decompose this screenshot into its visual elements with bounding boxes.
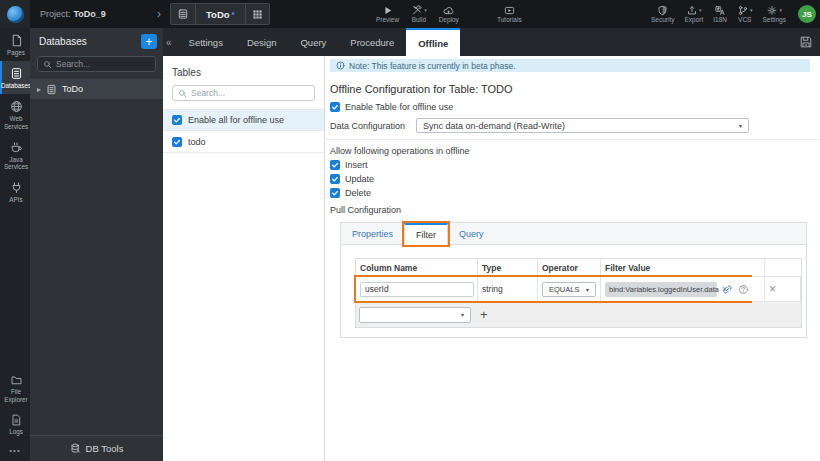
table-row-todo[interactable]: todo bbox=[163, 131, 324, 153]
topbar: Project: ToDo_9 › ToDo* Preview ▾ Build bbox=[0, 0, 820, 28]
cell-column-name bbox=[356, 277, 478, 301]
unsaved-marker: * bbox=[232, 10, 235, 19]
new-column-select[interactable]: ▾ bbox=[359, 307, 471, 323]
operation-update-row: Update bbox=[330, 174, 820, 184]
bind-value-chip[interactable]: bind:Variables.loggedInUser.data × bbox=[605, 282, 717, 297]
app-logo[interactable] bbox=[0, 0, 30, 28]
settings-button[interactable]: ▾ Settings bbox=[763, 5, 787, 24]
data-configuration-row: Data Configuration Sync data on-demand (… bbox=[330, 118, 820, 133]
cell-operator: EQUALS ▾ bbox=[538, 277, 601, 301]
bind-link-icon[interactable] bbox=[722, 284, 733, 295]
enable-all-checkbox[interactable] bbox=[172, 115, 182, 125]
build-caret-icon: ▾ bbox=[424, 8, 427, 13]
todo-checkbox[interactable] bbox=[172, 137, 182, 147]
tab-settings[interactable]: Settings bbox=[177, 28, 235, 56]
tables-panel: Tables Enable all for offline use todo bbox=[163, 56, 325, 461]
save-button[interactable] bbox=[799, 28, 813, 56]
export-upload-icon bbox=[686, 5, 698, 16]
select-caret-icon: ▾ bbox=[586, 286, 589, 293]
filter-row-userid: string EQUALS ▾ bind:Variables.loggedInU… bbox=[356, 276, 801, 301]
doc-tab-title: ToDo* bbox=[195, 4, 245, 24]
databases-panel-title: Databases bbox=[39, 36, 141, 47]
grid-apps-icon[interactable] bbox=[245, 4, 269, 24]
collapse-panel-icon[interactable]: « bbox=[163, 28, 177, 56]
pull-tab-filter[interactable]: Filter bbox=[404, 223, 448, 245]
rail-item-java-services[interactable]: Java Services bbox=[0, 135, 30, 175]
deploy-button[interactable]: Deploy bbox=[439, 5, 459, 24]
cell-row-actions: × bbox=[765, 277, 801, 301]
add-filter-row-button[interactable]: + bbox=[480, 308, 488, 321]
rail-item-file-explorer[interactable]: File Explorer bbox=[0, 368, 30, 407]
studio-app: Project: ToDo_9 › ToDo* Preview ▾ Build bbox=[0, 0, 820, 461]
cell-filter-value: bind:Variables.loggedInUser.data × bbox=[601, 277, 765, 301]
database-item-todo[interactable]: ▸ ToDo bbox=[30, 79, 163, 99]
user-avatar[interactable]: JS bbox=[798, 5, 816, 23]
operation-delete-row: Delete bbox=[330, 188, 820, 198]
i18n-button[interactable]: I18N bbox=[713, 5, 727, 24]
databases-search-input[interactable] bbox=[56, 59, 150, 69]
add-database-button[interactable]: + bbox=[141, 34, 157, 49]
pull-tab-query[interactable]: Query bbox=[448, 223, 495, 244]
filter-table-footer: ▾ + bbox=[356, 301, 801, 327]
tables-panel-title: Tables bbox=[163, 56, 324, 85]
open-document-tab[interactable]: ToDo* bbox=[170, 3, 270, 25]
database-table-icon bbox=[46, 84, 57, 95]
tab-procedure[interactable]: Procedure bbox=[338, 28, 406, 56]
build-button[interactable]: ▾ Build bbox=[411, 5, 427, 24]
shield-icon bbox=[657, 5, 668, 16]
enable-table-checkbox[interactable] bbox=[330, 102, 340, 112]
project-prefix: Project: bbox=[40, 9, 71, 19]
rail-item-logs[interactable]: Logs bbox=[0, 408, 30, 440]
operations-label: Allow following operations in offline bbox=[330, 146, 820, 156]
api-plug-icon bbox=[10, 181, 23, 194]
databases-panel: Databases + ▸ ToDo DB Tools bbox=[30, 28, 163, 461]
search-icon bbox=[43, 60, 52, 69]
play-icon bbox=[382, 5, 393, 16]
vcs-button[interactable]: ▾ VCS bbox=[737, 5, 753, 24]
databases-search[interactable] bbox=[37, 56, 156, 72]
security-button[interactable]: Security bbox=[651, 5, 674, 24]
rail-item-web-services[interactable]: Web Services bbox=[0, 94, 30, 134]
operations-group: Insert Update Delete bbox=[325, 160, 820, 198]
tab-design[interactable]: Design bbox=[235, 28, 289, 56]
help-icon[interactable] bbox=[738, 284, 749, 295]
search-icon bbox=[178, 89, 187, 98]
preview-button[interactable]: Preview bbox=[376, 5, 399, 24]
more-options-icon[interactable]: ••• bbox=[0, 440, 30, 459]
pull-tab-properties[interactable]: Properties bbox=[341, 223, 404, 244]
wavemaker-logo-icon bbox=[7, 6, 24, 23]
delete-checkbox[interactable] bbox=[330, 188, 340, 198]
tables-search[interactable] bbox=[172, 85, 315, 101]
operator-select[interactable]: EQUALS ▾ bbox=[542, 282, 596, 297]
vcs-caret-icon: ▾ bbox=[750, 8, 753, 13]
page-icon bbox=[10, 34, 23, 47]
enable-table-row: Enable Table for offline use bbox=[330, 101, 820, 112]
topbar-tutorials: Tutorials bbox=[497, 0, 522, 28]
db-tools-button[interactable]: DB Tools bbox=[30, 435, 163, 461]
expand-caret-icon[interactable]: ▸ bbox=[37, 85, 41, 94]
topbar-right-actions: Security ▾ Export I18N ▾ VCS ▾ Settings … bbox=[651, 0, 816, 28]
save-floppy-icon bbox=[799, 35, 813, 49]
insert-checkbox[interactable] bbox=[330, 160, 340, 170]
pull-tabs: Properties Filter Query bbox=[341, 223, 806, 245]
select-caret-icon: ▾ bbox=[461, 311, 464, 318]
tab-query[interactable]: Query bbox=[288, 28, 338, 56]
rail-item-databases[interactable]: Databases bbox=[0, 61, 30, 94]
tables-search-input[interactable] bbox=[191, 88, 309, 98]
column-name-input[interactable] bbox=[360, 282, 474, 297]
gear-icon bbox=[766, 5, 778, 16]
export-button[interactable]: ▾ Export bbox=[684, 5, 703, 24]
rail-item-pages[interactable]: Pages bbox=[0, 28, 30, 61]
offline-config-content: Note: This feature is currently in beta … bbox=[325, 56, 820, 461]
cell-type: string bbox=[478, 277, 538, 301]
update-checkbox[interactable] bbox=[330, 174, 340, 184]
tab-offline[interactable]: Offline bbox=[406, 28, 460, 56]
enable-all-offline-row[interactable]: Enable all for offline use bbox=[163, 109, 324, 131]
delete-row-icon[interactable]: × bbox=[769, 282, 776, 296]
data-configuration-select[interactable]: Sync data on-demand (Read-Write) ▾ bbox=[416, 118, 749, 133]
beta-note-banner: Note: This feature is currently in beta … bbox=[330, 59, 810, 72]
rail-item-apis[interactable]: APIs bbox=[0, 175, 30, 208]
header-type: Type bbox=[478, 259, 538, 276]
tutorials-button[interactable]: Tutorials bbox=[497, 5, 522, 24]
info-icon bbox=[336, 61, 345, 70]
